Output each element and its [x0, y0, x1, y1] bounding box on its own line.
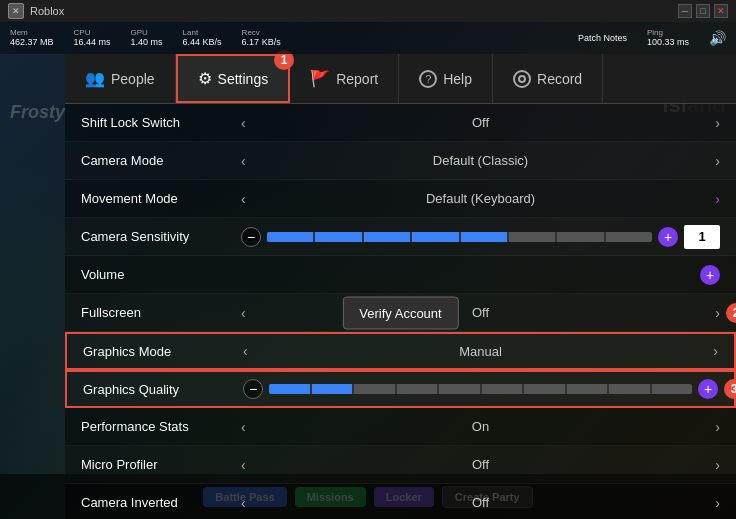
row-graphics-quality: Graphics Quality − + 3 [65, 370, 736, 408]
overlay-panel: 👥 People ⚙ Settings 1 🚩 Report ? Help Re… [65, 54, 736, 519]
movement-mode-right-arrow[interactable]: › [715, 191, 720, 207]
row-shift-lock: Shift Lock Switch ‹ Off › [65, 104, 736, 142]
nav-tabs: 👥 People ⚙ Settings 1 🚩 Report ? Help Re… [65, 54, 736, 104]
row-fullscreen: Fullscreen ‹ Off › Verify Account 2 [65, 294, 736, 332]
performance-stats-value: On [254, 419, 708, 434]
sensitivity-plus-button[interactable]: + [658, 227, 678, 247]
close-button[interactable]: ✕ [8, 3, 24, 19]
shift-lock-right-arrow[interactable]: › [715, 115, 720, 131]
fullscreen-right-arrow[interactable]: › [715, 305, 720, 321]
graphics-mode-value: Manual [256, 344, 706, 359]
movement-mode-value: Default (Keyboard) [254, 191, 708, 206]
shift-lock-left-arrow[interactable]: ‹ [241, 115, 246, 131]
help-icon: ? [419, 70, 437, 88]
row-volume: Volume + [65, 256, 736, 294]
title-bar: ✕ Roblox ─ □ ✕ [0, 0, 736, 22]
sensitivity-track [267, 232, 652, 242]
camera-mode-right-arrow[interactable]: › [715, 153, 720, 169]
camera-sensitivity-slider[interactable]: − + 1 [241, 225, 720, 249]
tab-settings[interactable]: ⚙ Settings 1 [176, 54, 291, 103]
fullscreen-left-arrow[interactable]: ‹ [241, 305, 246, 321]
performance-stats-left-arrow[interactable]: ‹ [241, 419, 246, 435]
tab-help-label: Help [443, 71, 472, 87]
status-gpu: GPU 1.40 ms [131, 29, 163, 48]
graphics-track [269, 384, 692, 394]
tab-people-label: People [111, 71, 155, 87]
row-micro-profiler: Micro Profiler ‹ Off › [65, 446, 736, 484]
titlebar-close-button[interactable]: ✕ [714, 4, 728, 18]
graphics-quality-slider[interactable]: − + [243, 379, 718, 399]
status-patch-notes[interactable]: Patch Notes [578, 33, 627, 44]
window-title: Roblox [30, 5, 64, 17]
fullscreen-value: Off [254, 305, 708, 320]
sensitivity-minus-button[interactable]: − [241, 227, 261, 247]
tab-help[interactable]: ? Help [399, 54, 493, 103]
row-camera-inverted: Camera Inverted ‹ Off › [65, 484, 736, 519]
status-bar: Mem 462.37 MB CPU 16.44 ms GPU 1.40 ms L… [0, 22, 736, 54]
sensitivity-value: 1 [684, 225, 720, 249]
movement-mode-left-arrow[interactable]: ‹ [241, 191, 246, 207]
row-performance-stats: Performance Stats ‹ On › [65, 408, 736, 446]
shift-lock-value: Off [254, 115, 708, 130]
row-camera-mode: Camera Mode ‹ Default (Classic) › [65, 142, 736, 180]
camera-mode-left-arrow[interactable]: ‹ [241, 153, 246, 169]
people-icon: 👥 [85, 69, 105, 88]
tab-people[interactable]: 👥 People [65, 54, 176, 103]
record-icon [513, 70, 531, 88]
left-sidebar [0, 54, 65, 519]
status-ping: Ping 100.33 ms [647, 29, 689, 48]
micro-profiler-left-arrow[interactable]: ‹ [241, 457, 246, 473]
camera-inverted-value: Off [254, 495, 708, 510]
status-mem: Mem 462.37 MB [10, 29, 54, 48]
micro-profiler-right-arrow[interactable]: › [715, 457, 720, 473]
status-cpu: CPU 16.44 ms [74, 29, 111, 48]
graphics-mode-left-arrow[interactable]: ‹ [243, 343, 248, 359]
camera-mode-value: Default (Classic) [254, 153, 708, 168]
report-icon: 🚩 [310, 69, 330, 88]
micro-profiler-value: Off [254, 457, 708, 472]
tab-report[interactable]: 🚩 Report [290, 54, 399, 103]
status-recv: Recv 6.17 KB/s [242, 29, 281, 48]
row-camera-sensitivity: Camera Sensitivity − + 1 [65, 218, 736, 256]
settings-list: Shift Lock Switch ‹ Off › Camera Mode ‹ … [65, 104, 736, 519]
graphics-mode-right-arrow[interactable]: › [713, 343, 718, 359]
maximize-button[interactable]: □ [696, 4, 710, 18]
performance-stats-right-arrow[interactable]: › [715, 419, 720, 435]
badge-3: 3 [724, 379, 736, 399]
verify-account-overlay[interactable]: Verify Account [342, 296, 458, 329]
tab-record[interactable]: Record [493, 54, 603, 103]
graphics-plus-button[interactable]: + [698, 379, 718, 399]
minimize-button[interactable]: ─ [678, 4, 692, 18]
badge-2: 2 [726, 303, 736, 323]
camera-inverted-right-arrow[interactable]: › [715, 495, 720, 511]
tab-record-label: Record [537, 71, 582, 87]
row-graphics-mode: Graphics Mode ‹ Manual › [65, 332, 736, 370]
volume-plus-button[interactable]: + [700, 265, 720, 285]
row-movement-mode: Movement Mode ‹ Default (Keyboard) › [65, 180, 736, 218]
tab-report-label: Report [336, 71, 378, 87]
audio-icon[interactable]: 🔊 [709, 30, 726, 46]
graphics-minus-button[interactable]: − [243, 379, 263, 399]
close-icon: ✕ [12, 6, 20, 16]
camera-inverted-left-arrow[interactable]: ‹ [241, 495, 246, 511]
status-lant: Lant 6.44 KB/s [183, 29, 222, 48]
settings-icon: ⚙ [198, 69, 212, 88]
tab-settings-label: Settings [218, 71, 269, 87]
